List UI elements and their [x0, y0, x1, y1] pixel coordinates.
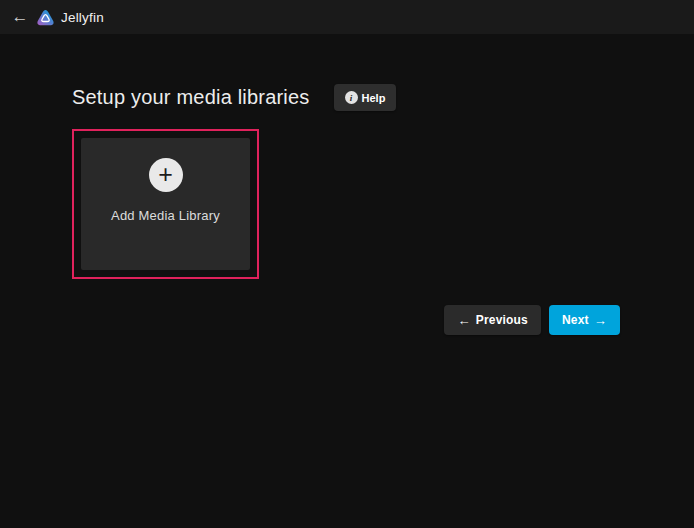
previous-button[interactable]: ← Previous	[444, 305, 541, 335]
help-button-label: Help	[362, 92, 386, 104]
page-title: Setup your media libraries	[72, 86, 310, 109]
help-button[interactable]: i Help	[334, 84, 397, 111]
info-icon: i	[345, 91, 358, 104]
next-button[interactable]: Next →	[549, 305, 620, 335]
back-arrow-icon: ←	[12, 7, 29, 27]
add-media-library-card-inner: + Add Media Library	[81, 138, 250, 270]
back-button[interactable]: ←	[6, 3, 34, 31]
plus-icon: +	[149, 158, 183, 192]
next-button-label: Next	[562, 313, 589, 327]
previous-button-label: Previous	[476, 313, 528, 327]
wizard-content: Setup your media libraries i Help + Add …	[0, 84, 694, 335]
add-media-library-label: Add Media Library	[111, 208, 220, 223]
title-row: Setup your media libraries i Help	[72, 84, 620, 111]
header-bar: ← Jellyfin	[0, 0, 694, 34]
wizard-nav-row: ← Previous Next →	[72, 305, 620, 335]
brand: Jellyfin	[36, 8, 104, 27]
app-title: Jellyfin	[61, 10, 104, 25]
add-media-library-card[interactable]: + Add Media Library	[72, 129, 259, 279]
right-arrow-icon: →	[594, 314, 607, 327]
jellyfin-logo-icon	[36, 8, 55, 27]
left-arrow-icon: ←	[457, 314, 470, 327]
